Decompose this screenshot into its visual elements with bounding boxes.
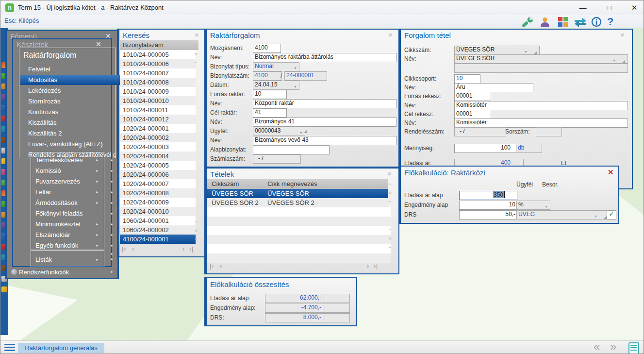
cel-rekesz-field[interactable]: 00001 — [454, 110, 491, 119]
next-page-icon[interactable]: › — [182, 246, 185, 253]
cikk-nev2-field[interactable] — [454, 64, 628, 73]
keszletek-close-icon[interactable]: ✕ — [96, 40, 101, 48]
forras-rekesz-field[interactable]: 00001 — [454, 92, 491, 101]
alapbizonylat-field[interactable] — [253, 145, 330, 154]
forgalom-tetel-close-icon[interactable]: × — [620, 32, 625, 38]
menu-item-modositas[interactable]: Módosítás — [28, 76, 57, 84]
scroll-pageup-icon[interactable]: « — [388, 191, 394, 194]
bizonylatszam-field[interactable]: 24-000001 — [284, 71, 327, 81]
menu-item-felvetel[interactable]: Felvétel — [28, 65, 50, 74]
maximize-button[interactable]: □ — [601, 0, 617, 15]
prev-page-icon[interactable]: ‹ — [220, 263, 222, 270]
chevron-down-icon[interactable]: ▼ — [524, 48, 528, 55]
tetelek-empty-row[interactable] — [207, 226, 391, 235]
search-row[interactable]: 1010/24-000006 — [120, 59, 196, 68]
cikk-nev-dropdown[interactable]: ÜVEGES SÖR▼◢ — [454, 54, 628, 64]
menu-item-stornirozas[interactable]: Stornírozás — [28, 97, 60, 106]
menu-group-armodositasok[interactable]: Ármódosítások — [35, 199, 78, 207]
search-row[interactable]: 1010/24-000012 — [120, 115, 196, 124]
search-row[interactable]: 1020/24-000001 — [120, 124, 196, 133]
menu-item-kiszallitas[interactable]: Kiszállítás — [28, 118, 57, 127]
sorszam-field[interactable] — [536, 127, 562, 136]
engedmeny-unit-dropdown[interactable]: %▼ — [516, 201, 550, 210]
search-row[interactable]: 1020/24-000002 — [120, 133, 196, 142]
cel-nev-field[interactable]: Bizományos 41 — [253, 118, 396, 127]
lookup-corner-icon[interactable]: ◢ — [622, 58, 625, 64]
forras-raktar-field[interactable]: 10 — [253, 90, 287, 99]
menu-item-fuvar[interactable]: Fuvar-, vámköltség (Alt+Z) — [28, 140, 103, 149]
cikkcsoport-nev-field[interactable]: Áru — [454, 83, 533, 92]
szamlaszam-field[interactable]: - / — [253, 154, 301, 164]
esc-exit-link[interactable]: Esc: Kilépés — [4, 17, 39, 24]
nav-back-icon[interactable]: « — [594, 340, 600, 354]
menu-item-rendeles[interactable]: Rendelés alapján szállítólevél ge — [28, 151, 116, 159]
prev-page-icon[interactable]: ‹ — [132, 246, 134, 253]
minimize-button[interactable]: — — [575, 0, 591, 15]
search-row[interactable]: 1020/24-000004 — [120, 152, 196, 161]
next-page-icon[interactable]: › — [367, 263, 369, 270]
menu-item-kiszallitas2[interactable]: Kiszállítás 2 — [28, 129, 62, 138]
elokalkulacio-close-icon[interactable]: ✕ — [608, 169, 614, 176]
tetelek-empty-row[interactable] — [207, 217, 391, 226]
tetelek-close-icon[interactable]: × — [387, 170, 392, 177]
search-row[interactable]: 1060/24-000001 — [120, 216, 196, 225]
search-row[interactable]: 1060/24-000002 — [120, 225, 196, 235]
ugyfel-nev-field[interactable]: Bizományos vevő 43 — [253, 136, 396, 145]
rendelesszam-field[interactable]: - / — [454, 127, 506, 136]
datum-dropdown[interactable]: 24.04.15▼ — [253, 81, 299, 90]
hamburger-menu-icon[interactable] — [4, 344, 15, 352]
nav-forward-icon[interactable]: » — [610, 340, 616, 354]
ugyfel-dropdown[interactable]: 00000043▼ — [253, 127, 305, 136]
menu-group-komissio[interactable]: Komissió — [35, 167, 61, 175]
cel-raktar-field[interactable]: 41 — [253, 108, 287, 118]
scroll-pagedown-icon[interactable]: » — [194, 229, 199, 232]
chevron-down-icon[interactable]: ▼ — [612, 57, 616, 64]
bizonylatszam-prefix-field[interactable]: 4100 — [253, 71, 282, 81]
app-icon[interactable] — [1, 287, 7, 292]
scroll-pageup-icon[interactable]: « — [194, 52, 199, 55]
scroll-pagedown-icon[interactable]: » — [388, 237, 394, 240]
scroll-down-icon[interactable]: › — [387, 229, 393, 231]
chevron-down-icon[interactable]: ▼ — [299, 129, 303, 136]
tetelek-col-cikkszam[interactable]: Cikkszám — [212, 179, 239, 189]
menu-group-minimumkeszlet[interactable]: Minimumkészlet — [35, 220, 81, 229]
menu-group-fokonyvi[interactable]: Főkönyvi feladás — [35, 209, 83, 218]
menu-group-leltar[interactable]: Leltár — [35, 188, 51, 197]
transfer-icon[interactable] — [573, 16, 588, 28]
menu-item-lekerdezes[interactable]: Lekérdezés — [28, 86, 61, 95]
modules-icon[interactable] — [557, 16, 571, 28]
tetelek-empty-row[interactable] — [207, 207, 391, 217]
scroll-down-icon[interactable]: › — [193, 221, 199, 223]
search-row[interactable]: 1020/24-000009 — [120, 198, 196, 207]
last-page-icon[interactable]: ›| — [374, 263, 378, 270]
help-icon[interactable]: ? — [607, 16, 622, 28]
generate-button[interactable]: Raktárforgalom generálás — [18, 343, 104, 353]
chevron-down-icon[interactable]: ▼ — [294, 83, 297, 90]
menu-item-rendszerfunkciok[interactable]: Rendszerfunkciók — [19, 268, 69, 277]
search-column-header[interactable]: Bizonylatszám — [120, 40, 198, 50]
scroll-up-icon[interactable]: ‹ — [387, 201, 393, 202]
close-button[interactable]: ✕ — [626, 0, 643, 15]
bizonylat-tipus-dropdown[interactable]: Normál▼ — [253, 62, 299, 71]
mozgasnem-field[interactable]: 4100 — [253, 44, 281, 53]
search-row[interactable]: 1010/24-000008 — [120, 78, 196, 87]
mozgasnem-nev-field[interactable]: Bizományos raktárba áttárolás — [253, 53, 396, 62]
first-page-icon[interactable]: |‹ — [122, 246, 126, 253]
mennyiseg-unit-field[interactable]: db — [516, 144, 542, 153]
search-row[interactable]: 1010/24-000007 — [120, 68, 196, 78]
cikkcsoport-field[interactable]: 10 — [454, 74, 480, 84]
chevron-down-icon[interactable]: ▼ — [545, 203, 548, 210]
search-row[interactable]: 1020/24-000003 — [120, 142, 196, 152]
tetelek-empty-row[interactable] — [207, 244, 391, 253]
raktarforgalom-close-icon[interactable]: × — [388, 32, 393, 38]
search-panel-close-icon[interactable]: × — [195, 32, 199, 38]
menu-item-kontirozas[interactable]: Kontírozás — [28, 108, 58, 117]
forras-rekesz-nev-field[interactable]: Komissiótér — [454, 101, 628, 110]
tetelek-row-selected[interactable]: ÜVEGES SÖR ÜVEGES SÖR — [207, 189, 388, 198]
search-row[interactable]: 1010/24-000005 — [120, 50, 196, 59]
search-row[interactable]: 1020/24-000006 — [120, 170, 196, 179]
menu-item-listak[interactable]: Listák — [35, 255, 52, 264]
search-row-selected[interactable]: 4100/24-000001 — [120, 235, 196, 244]
tetelek-empty-row[interactable] — [207, 235, 391, 244]
chevron-down-icon[interactable]: ▼ — [294, 65, 297, 71]
